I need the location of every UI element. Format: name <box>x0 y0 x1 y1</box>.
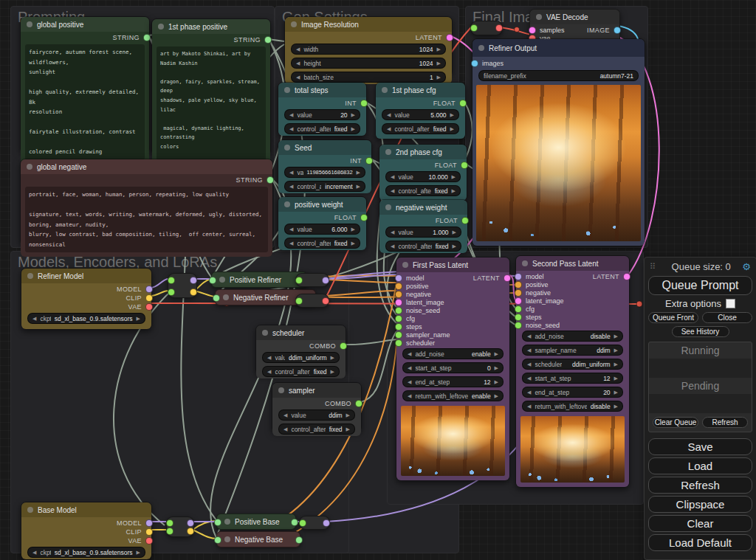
model-slot-icon[interactable] <box>145 286 153 293</box>
reroute-node[interactable] <box>299 516 330 530</box>
decrement-arrow-icon[interactable]: ◀ <box>32 316 36 321</box>
increment-arrow-icon[interactable]: ▶ <box>437 61 441 66</box>
value-widget[interactable]: ◀value119856661686832▶ <box>284 167 365 178</box>
reroute-in-icon[interactable] <box>168 288 175 296</box>
input-slot-positive[interactable]: positive <box>396 282 509 290</box>
input-slot-samples[interactable]: samples <box>532 27 565 34</box>
collapse-toggle-icon[interactable] <box>402 262 408 268</box>
decrement-arrow-icon[interactable]: ◀ <box>289 184 293 189</box>
increment-arrow-icon[interactable]: ▶ <box>614 348 618 353</box>
increment-arrow-icon[interactable]: ▶ <box>450 126 454 131</box>
decrement-arrow-icon[interactable]: ◀ <box>527 404 531 409</box>
conditioning-slot-icon[interactable] <box>395 283 402 290</box>
increment-arrow-icon[interactable]: ▶ <box>450 112 454 117</box>
string-slot-icon[interactable] <box>267 176 274 184</box>
decrement-arrow-icon[interactable]: ◀ <box>289 126 293 131</box>
collapse-toggle-icon[interactable] <box>522 260 528 266</box>
vae-slot-icon[interactable] <box>145 537 153 545</box>
decrement-arrow-icon[interactable]: ◀ <box>527 333 531 339</box>
node-base-model[interactable]: Base Model MODEL CLIP VAE ◀ckpt_namesd_x… <box>21 502 152 559</box>
node-graph-canvas[interactable]: Prompting Gen Settings Final Image Model… <box>0 0 756 560</box>
increment-arrow-icon[interactable]: ▶ <box>614 376 618 381</box>
output-slot-icon[interactable] <box>295 536 303 544</box>
input-slot-sampler-name[interactable]: sampler_name <box>396 331 509 339</box>
refresh-button[interactable]: Refresh <box>648 477 752 494</box>
node-global-negative[interactable]: global negative STRING portrait, face, w… <box>20 159 273 246</box>
image-slot-icon[interactable] <box>614 27 621 34</box>
decrement-arrow-icon[interactable]: ◀ <box>387 126 391 131</box>
value-widget[interactable]: ◀value6.000▶ <box>284 224 360 235</box>
model-slot-icon[interactable] <box>395 274 402 282</box>
decrement-arrow-icon[interactable]: ◀ <box>391 174 394 179</box>
increment-arrow-icon[interactable]: ▶ <box>614 333 618 339</box>
input-slot-positive[interactable]: positive <box>516 280 629 288</box>
reroute-in-icon[interactable] <box>470 24 478 32</box>
decrement-arrow-icon[interactable]: ◀ <box>267 355 271 360</box>
reroute-node[interactable] <box>295 294 329 308</box>
collapse-toggle-icon[interactable] <box>224 519 230 525</box>
model-slot-icon[interactable] <box>190 277 197 284</box>
input-slot-cfg[interactable]: cfg <box>516 305 629 313</box>
output-slot-model[interactable]: MODEL <box>21 519 151 528</box>
input-slot-negative[interactable]: negative <box>396 290 509 298</box>
node-second-phase-cfg[interactable]: 2nd phase cfg FLOAT ◀value10.000▶ ◀contr… <box>379 144 467 201</box>
start-at-step-widget[interactable]: ◀start_at_step12▶ <box>522 373 623 384</box>
conditioning-slot-icon[interactable] <box>515 289 522 297</box>
collapse-toggle-icon[interactable] <box>27 507 33 513</box>
control-after-generate-widget[interactable]: ◀control_after_generatefixed▶ <box>385 185 461 196</box>
combo-slot-icon[interactable] <box>355 400 362 407</box>
input-slot-images[interactable]: images <box>472 58 645 69</box>
input-slot-steps[interactable]: steps <box>396 322 509 331</box>
clipspace-button[interactable]: Clipspace <box>648 496 752 513</box>
input-slot-icon[interactable] <box>209 277 216 284</box>
increment-arrow-icon[interactable]: ▶ <box>357 170 360 175</box>
float-slot-icon[interactable] <box>461 162 468 169</box>
batch-size-widget[interactable]: ◀batch_size1▶ <box>291 72 446 83</box>
increment-arrow-icon[interactable]: ▶ <box>495 379 498 384</box>
output-slot-int[interactable]: INT <box>278 99 366 108</box>
return-leftover-noise-widget[interactable]: ◀return_with_leftover_noiseenable▶ <box>402 390 504 401</box>
reroute-in-icon[interactable] <box>168 277 175 284</box>
control-after-generate-widget[interactable]: ◀control_after_generatefixed▶ <box>284 238 360 249</box>
reroute-in-icon[interactable] <box>295 297 303 305</box>
int-slot-icon[interactable] <box>365 157 373 165</box>
prompt-textarea[interactable]: portrait, face, woman, human, person, re… <box>25 187 268 252</box>
collapse-toggle-icon[interactable] <box>385 204 391 210</box>
reroute-in-icon[interactable] <box>166 528 173 535</box>
node-refiner-output[interactable]: Refiner Output images filename_prefixaut… <box>472 38 645 246</box>
collapse-toggle-icon[interactable] <box>284 87 290 93</box>
input-slot-noise-seed[interactable]: noise_seed <box>516 321 629 329</box>
start-at-step-widget[interactable]: ◀start_at_step0▶ <box>402 362 504 373</box>
combo-slot-icon[interactable] <box>395 339 402 347</box>
model-slot-icon[interactable] <box>515 273 522 280</box>
decrement-arrow-icon[interactable]: ◀ <box>289 112 293 117</box>
increment-arrow-icon[interactable]: ▶ <box>437 46 441 52</box>
decrement-arrow-icon[interactable]: ◀ <box>391 188 394 193</box>
decrement-arrow-icon[interactable]: ◀ <box>284 412 287 418</box>
node-refiner-model[interactable]: Refiner Model MODEL CLIP VAE ◀ckpt_names… <box>21 268 152 330</box>
collapse-toggle-icon[interactable] <box>382 87 388 93</box>
collapse-toggle-icon[interactable] <box>291 21 297 27</box>
model-slot-icon[interactable] <box>323 519 330 527</box>
control-after-generate-widget[interactable]: ◀control_after_generatefixed▶ <box>284 123 360 134</box>
increment-arrow-icon[interactable]: ▶ <box>495 365 498 370</box>
see-history-button[interactable]: See History <box>672 326 729 337</box>
decrement-arrow-icon[interactable]: ◀ <box>527 348 531 353</box>
output-slot-float[interactable]: FLOAT <box>278 213 366 222</box>
input-slot-model[interactable]: model <box>518 273 544 280</box>
increment-arrow-icon[interactable]: ▶ <box>331 355 334 360</box>
increment-arrow-icon[interactable]: ▶ <box>453 243 456 249</box>
increment-arrow-icon[interactable]: ▶ <box>351 227 355 232</box>
add-noise-widget[interactable]: ◀add_noiseenable▶ <box>402 348 504 359</box>
input-slot-scheduler[interactable]: scheduler <box>396 339 509 347</box>
control-after-generate-widget[interactable]: ◀control_after_generateincrement▶ <box>284 181 365 192</box>
model-slot-icon[interactable] <box>145 519 153 527</box>
value-widget[interactable]: ◀value10.000▶ <box>385 171 461 182</box>
gear-icon[interactable]: ⚙ <box>742 261 751 272</box>
collapse-toggle-icon[interactable] <box>224 536 230 542</box>
vae-slot-icon[interactable] <box>495 24 503 32</box>
combo-slot-icon[interactable] <box>340 342 347 350</box>
image-slot-icon[interactable] <box>471 60 478 67</box>
output-slot-latent[interactable]: LATENT <box>285 33 452 42</box>
node-sampler[interactable]: sampler COMBO ◀valueddim▶ ◀control_after… <box>272 382 362 432</box>
